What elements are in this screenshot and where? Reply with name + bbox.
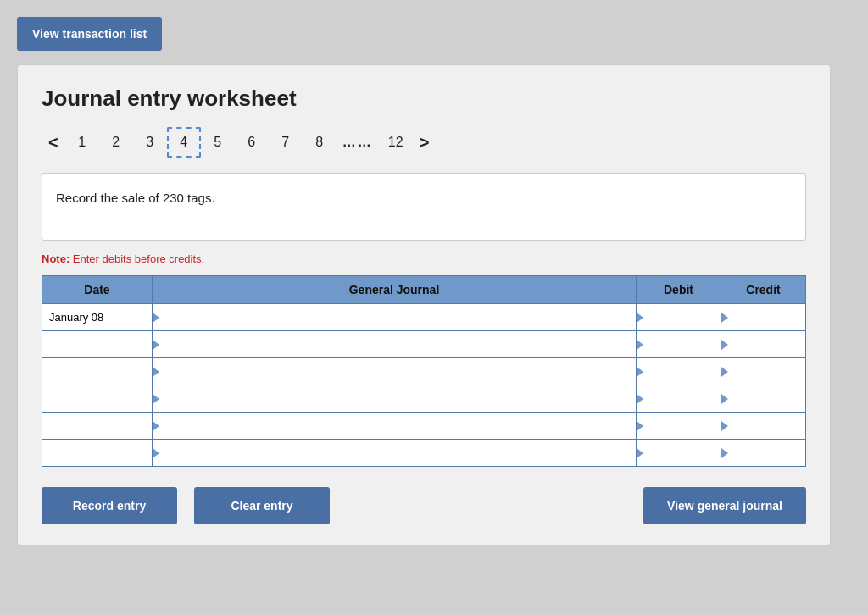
debit-input-0[interactable] <box>637 304 721 330</box>
page-1[interactable]: 1 <box>65 127 99 158</box>
credit-input-0[interactable] <box>721 304 805 330</box>
date-cell-2[interactable] <box>42 358 153 385</box>
journal-input-5[interactable] <box>153 440 636 466</box>
page-dots: …… <box>337 135 379 150</box>
table-row <box>42 413 806 440</box>
page-12[interactable]: 12 <box>379 127 413 158</box>
credit-cell-1[interactable] <box>721 331 806 358</box>
date-input-5[interactable] <box>42 440 152 466</box>
date-cell-5[interactable] <box>42 440 153 467</box>
date-input-0[interactable] <box>42 304 152 330</box>
debit-input-3[interactable] <box>637 385 721 412</box>
note-label: Note: <box>42 252 70 265</box>
credit-cell-0[interactable] <box>721 304 806 331</box>
journal-cell-1[interactable] <box>153 331 637 358</box>
pagination: < 1 2 3 4 5 6 7 8 …… 12 > <box>42 127 806 158</box>
instruction-box: Record the sale of 230 tags. <box>42 173 806 241</box>
credit-cell-2[interactable] <box>721 358 806 385</box>
page-8[interactable]: 8 <box>303 127 337 158</box>
debit-input-4[interactable] <box>637 413 721 439</box>
page-6[interactable]: 6 <box>235 127 269 158</box>
credit-input-1[interactable] <box>721 331 805 357</box>
debit-input-5[interactable] <box>637 440 721 466</box>
note-text: Note: Enter debits before credits. <box>42 252 806 265</box>
page-4[interactable]: 4 <box>167 127 201 158</box>
top-bar: View transaction list <box>17 17 851 51</box>
debit-cell-1[interactable] <box>637 331 721 358</box>
journal-table: Date General Journal Debit Credit <box>42 275 806 467</box>
credit-input-3[interactable] <box>721 385 805 412</box>
date-cell-3[interactable] <box>42 385 153 413</box>
col-debit: Debit <box>637 276 721 304</box>
page-7[interactable]: 7 <box>269 127 303 158</box>
debit-cell-2[interactable] <box>637 358 721 385</box>
journal-cell-4[interactable] <box>153 413 637 440</box>
date-cell-4[interactable] <box>42 413 153 440</box>
page-2[interactable]: 2 <box>99 127 133 158</box>
credit-input-4[interactable] <box>721 413 805 439</box>
debit-input-1[interactable] <box>637 331 721 357</box>
table-row <box>42 440 806 467</box>
col-credit: Credit <box>721 276 806 304</box>
table-row <box>42 304 806 331</box>
view-general-journal-button[interactable]: View general journal <box>643 487 806 524</box>
table-row <box>42 331 806 358</box>
journal-input-1[interactable] <box>153 331 636 357</box>
debit-cell-5[interactable] <box>637 440 721 467</box>
table-row <box>42 385 806 413</box>
credit-cell-4[interactable] <box>721 413 806 440</box>
credit-cell-5[interactable] <box>721 440 806 467</box>
date-input-2[interactable] <box>42 358 152 385</box>
worksheet-container: Journal entry worksheet < 1 2 3 4 5 6 7 … <box>17 64 831 546</box>
debit-input-2[interactable] <box>637 358 721 385</box>
date-input-1[interactable] <box>42 331 152 357</box>
prev-page-button[interactable]: < <box>42 130 65 156</box>
next-page-button[interactable]: > <box>413 130 437 156</box>
page-5[interactable]: 5 <box>201 127 235 158</box>
journal-cell-3[interactable] <box>153 385 637 413</box>
clear-entry-button[interactable]: Clear entry <box>194 487 330 524</box>
page-3[interactable]: 3 <box>133 127 167 158</box>
table-row <box>42 358 806 385</box>
journal-input-0[interactable] <box>153 304 636 330</box>
credit-cell-3[interactable] <box>721 385 806 413</box>
date-input-3[interactable] <box>42 385 152 412</box>
credit-input-2[interactable] <box>721 358 805 385</box>
bottom-buttons: Record entry Clear entry View general jo… <box>42 487 806 524</box>
col-date: Date <box>42 276 153 304</box>
journal-input-3[interactable] <box>153 385 636 412</box>
date-cell-0[interactable] <box>42 304 153 331</box>
journal-cell-0[interactable] <box>153 304 637 331</box>
journal-input-2[interactable] <box>153 358 636 385</box>
view-transaction-button[interactable]: View transaction list <box>17 17 162 51</box>
journal-cell-2[interactable] <box>153 358 637 385</box>
debit-cell-4[interactable] <box>637 413 721 440</box>
journal-input-4[interactable] <box>153 413 636 439</box>
date-input-4[interactable] <box>42 413 152 439</box>
note-body: Enter debits before credits. <box>73 252 204 265</box>
debit-cell-0[interactable] <box>637 304 721 331</box>
journal-cell-5[interactable] <box>153 440 637 467</box>
col-general-journal: General Journal <box>153 276 637 304</box>
instruction-text: Record the sale of 230 tags. <box>56 191 215 205</box>
credit-input-5[interactable] <box>721 440 805 466</box>
debit-cell-3[interactable] <box>637 385 721 413</box>
worksheet-title: Journal entry worksheet <box>42 86 806 112</box>
record-entry-button[interactable]: Record entry <box>42 487 177 524</box>
date-cell-1[interactable] <box>42 331 153 358</box>
